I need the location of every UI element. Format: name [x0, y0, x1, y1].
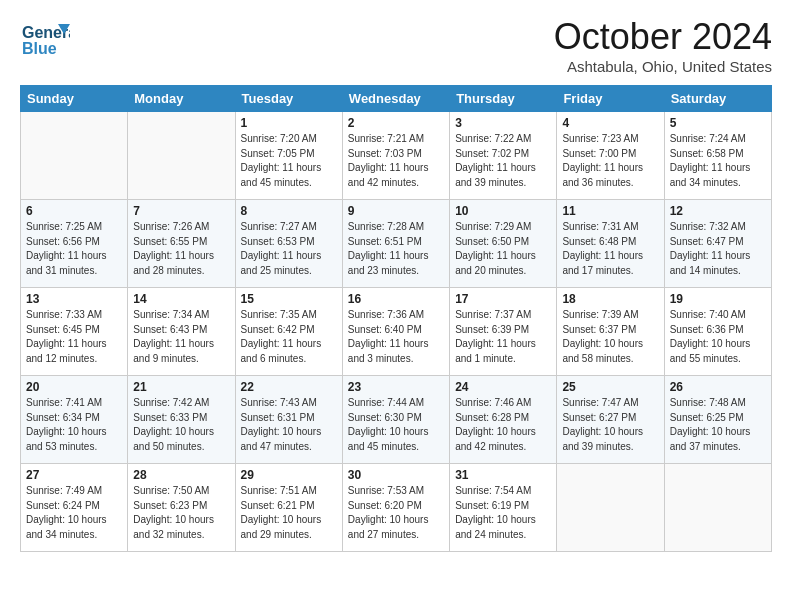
calendar-cell	[128, 112, 235, 200]
calendar-cell	[664, 464, 771, 552]
svg-text:Blue: Blue	[22, 40, 57, 57]
day-number: 9	[348, 204, 444, 218]
calendar-cell: 24Sunrise: 7:46 AM Sunset: 6:28 PM Dayli…	[450, 376, 557, 464]
calendar-cell: 15Sunrise: 7:35 AM Sunset: 6:42 PM Dayli…	[235, 288, 342, 376]
location-title: Ashtabula, Ohio, United States	[554, 58, 772, 75]
day-detail: Sunrise: 7:54 AM Sunset: 6:19 PM Dayligh…	[455, 484, 551, 542]
calendar-cell: 18Sunrise: 7:39 AM Sunset: 6:37 PM Dayli…	[557, 288, 664, 376]
week-row-1: 1Sunrise: 7:20 AM Sunset: 7:05 PM Daylig…	[21, 112, 772, 200]
day-number: 25	[562, 380, 658, 394]
calendar-cell: 30Sunrise: 7:53 AM Sunset: 6:20 PM Dayli…	[342, 464, 449, 552]
day-detail: Sunrise: 7:35 AM Sunset: 6:42 PM Dayligh…	[241, 308, 337, 366]
day-detail: Sunrise: 7:43 AM Sunset: 6:31 PM Dayligh…	[241, 396, 337, 454]
day-number: 31	[455, 468, 551, 482]
day-detail: Sunrise: 7:25 AM Sunset: 6:56 PM Dayligh…	[26, 220, 122, 278]
calendar-cell: 19Sunrise: 7:40 AM Sunset: 6:36 PM Dayli…	[664, 288, 771, 376]
logo: General Blue	[20, 16, 74, 66]
calendar-cell: 25Sunrise: 7:47 AM Sunset: 6:27 PM Dayli…	[557, 376, 664, 464]
day-number: 17	[455, 292, 551, 306]
day-number: 30	[348, 468, 444, 482]
day-detail: Sunrise: 7:53 AM Sunset: 6:20 PM Dayligh…	[348, 484, 444, 542]
day-detail: Sunrise: 7:42 AM Sunset: 6:33 PM Dayligh…	[133, 396, 229, 454]
day-number: 3	[455, 116, 551, 130]
day-detail: Sunrise: 7:44 AM Sunset: 6:30 PM Dayligh…	[348, 396, 444, 454]
day-detail: Sunrise: 7:46 AM Sunset: 6:28 PM Dayligh…	[455, 396, 551, 454]
day-number: 28	[133, 468, 229, 482]
day-number: 14	[133, 292, 229, 306]
day-detail: Sunrise: 7:23 AM Sunset: 7:00 PM Dayligh…	[562, 132, 658, 190]
day-number: 11	[562, 204, 658, 218]
day-detail: Sunrise: 7:37 AM Sunset: 6:39 PM Dayligh…	[455, 308, 551, 366]
calendar-cell: 13Sunrise: 7:33 AM Sunset: 6:45 PM Dayli…	[21, 288, 128, 376]
week-row-4: 20Sunrise: 7:41 AM Sunset: 6:34 PM Dayli…	[21, 376, 772, 464]
calendar-cell: 23Sunrise: 7:44 AM Sunset: 6:30 PM Dayli…	[342, 376, 449, 464]
day-number: 15	[241, 292, 337, 306]
calendar-cell: 14Sunrise: 7:34 AM Sunset: 6:43 PM Dayli…	[128, 288, 235, 376]
calendar-cell: 5Sunrise: 7:24 AM Sunset: 6:58 PM Daylig…	[664, 112, 771, 200]
weekday-header-thursday: Thursday	[450, 86, 557, 112]
logo-icon: General Blue	[20, 16, 70, 66]
day-detail: Sunrise: 7:28 AM Sunset: 6:51 PM Dayligh…	[348, 220, 444, 278]
calendar-cell: 31Sunrise: 7:54 AM Sunset: 6:19 PM Dayli…	[450, 464, 557, 552]
title-block: October 2024 Ashtabula, Ohio, United Sta…	[554, 16, 772, 75]
day-number: 6	[26, 204, 122, 218]
calendar-cell: 10Sunrise: 7:29 AM Sunset: 6:50 PM Dayli…	[450, 200, 557, 288]
day-detail: Sunrise: 7:47 AM Sunset: 6:27 PM Dayligh…	[562, 396, 658, 454]
calendar-cell: 16Sunrise: 7:36 AM Sunset: 6:40 PM Dayli…	[342, 288, 449, 376]
calendar-cell	[21, 112, 128, 200]
day-number: 24	[455, 380, 551, 394]
day-detail: Sunrise: 7:36 AM Sunset: 6:40 PM Dayligh…	[348, 308, 444, 366]
day-number: 1	[241, 116, 337, 130]
day-detail: Sunrise: 7:21 AM Sunset: 7:03 PM Dayligh…	[348, 132, 444, 190]
weekday-header-saturday: Saturday	[664, 86, 771, 112]
calendar-cell: 2Sunrise: 7:21 AM Sunset: 7:03 PM Daylig…	[342, 112, 449, 200]
day-detail: Sunrise: 7:51 AM Sunset: 6:21 PM Dayligh…	[241, 484, 337, 542]
weekday-header-friday: Friday	[557, 86, 664, 112]
day-number: 27	[26, 468, 122, 482]
calendar-cell: 21Sunrise: 7:42 AM Sunset: 6:33 PM Dayli…	[128, 376, 235, 464]
week-row-3: 13Sunrise: 7:33 AM Sunset: 6:45 PM Dayli…	[21, 288, 772, 376]
day-detail: Sunrise: 7:24 AM Sunset: 6:58 PM Dayligh…	[670, 132, 766, 190]
day-number: 10	[455, 204, 551, 218]
calendar-cell: 27Sunrise: 7:49 AM Sunset: 6:24 PM Dayli…	[21, 464, 128, 552]
day-number: 12	[670, 204, 766, 218]
day-detail: Sunrise: 7:39 AM Sunset: 6:37 PM Dayligh…	[562, 308, 658, 366]
calendar-cell: 29Sunrise: 7:51 AM Sunset: 6:21 PM Dayli…	[235, 464, 342, 552]
day-detail: Sunrise: 7:22 AM Sunset: 7:02 PM Dayligh…	[455, 132, 551, 190]
weekday-header-tuesday: Tuesday	[235, 86, 342, 112]
day-number: 8	[241, 204, 337, 218]
calendar-cell: 9Sunrise: 7:28 AM Sunset: 6:51 PM Daylig…	[342, 200, 449, 288]
month-title: October 2024	[554, 16, 772, 58]
day-detail: Sunrise: 7:49 AM Sunset: 6:24 PM Dayligh…	[26, 484, 122, 542]
day-number: 5	[670, 116, 766, 130]
weekday-header-wednesday: Wednesday	[342, 86, 449, 112]
day-detail: Sunrise: 7:26 AM Sunset: 6:55 PM Dayligh…	[133, 220, 229, 278]
day-detail: Sunrise: 7:32 AM Sunset: 6:47 PM Dayligh…	[670, 220, 766, 278]
calendar-cell	[557, 464, 664, 552]
day-number: 19	[670, 292, 766, 306]
day-number: 23	[348, 380, 444, 394]
day-detail: Sunrise: 7:41 AM Sunset: 6:34 PM Dayligh…	[26, 396, 122, 454]
day-number: 26	[670, 380, 766, 394]
day-detail: Sunrise: 7:31 AM Sunset: 6:48 PM Dayligh…	[562, 220, 658, 278]
day-detail: Sunrise: 7:50 AM Sunset: 6:23 PM Dayligh…	[133, 484, 229, 542]
day-number: 20	[26, 380, 122, 394]
page: General Blue October 2024 Ashtabula, Ohi…	[0, 0, 792, 612]
day-detail: Sunrise: 7:48 AM Sunset: 6:25 PM Dayligh…	[670, 396, 766, 454]
calendar-cell: 3Sunrise: 7:22 AM Sunset: 7:02 PM Daylig…	[450, 112, 557, 200]
calendar-cell: 20Sunrise: 7:41 AM Sunset: 6:34 PM Dayli…	[21, 376, 128, 464]
day-detail: Sunrise: 7:29 AM Sunset: 6:50 PM Dayligh…	[455, 220, 551, 278]
week-row-2: 6Sunrise: 7:25 AM Sunset: 6:56 PM Daylig…	[21, 200, 772, 288]
day-number: 2	[348, 116, 444, 130]
calendar-cell: 17Sunrise: 7:37 AM Sunset: 6:39 PM Dayli…	[450, 288, 557, 376]
weekday-header-monday: Monday	[128, 86, 235, 112]
day-number: 16	[348, 292, 444, 306]
day-detail: Sunrise: 7:27 AM Sunset: 6:53 PM Dayligh…	[241, 220, 337, 278]
day-number: 18	[562, 292, 658, 306]
calendar-cell: 28Sunrise: 7:50 AM Sunset: 6:23 PM Dayli…	[128, 464, 235, 552]
calendar-table: SundayMondayTuesdayWednesdayThursdayFrid…	[20, 85, 772, 552]
day-number: 29	[241, 468, 337, 482]
weekday-header-row: SundayMondayTuesdayWednesdayThursdayFrid…	[21, 86, 772, 112]
day-number: 7	[133, 204, 229, 218]
day-detail: Sunrise: 7:34 AM Sunset: 6:43 PM Dayligh…	[133, 308, 229, 366]
